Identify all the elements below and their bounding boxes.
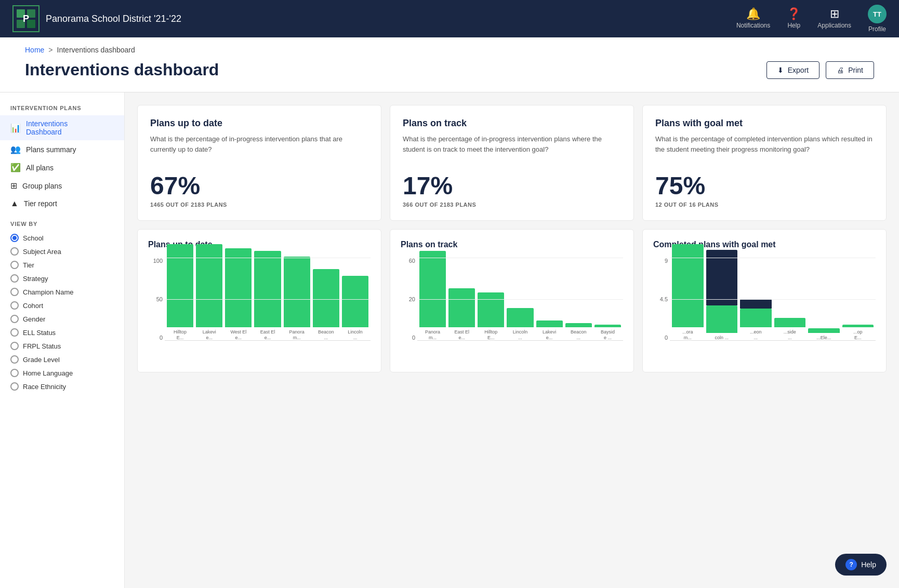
x-label-1-5: Beacon ... [570,329,587,341]
bar-1-5 [565,323,592,327]
export-button[interactable]: ⬇ Export [766,61,819,79]
help-nav-item[interactable]: ❓ Help [787,8,801,29]
logo-box[interactable]: P [12,5,39,32]
breadcrumb: Home > Interventions dashboard [25,46,874,54]
bar-group-0-0: Hilltop E... [167,244,193,341]
sidebar-item-plans-summary[interactable]: 👥 Plans summary [0,140,124,158]
radio-ell-status[interactable]: ELL Status [0,326,124,339]
bar-group-2-0: ...oram... [672,244,704,341]
help-button[interactable]: ? Help [835,554,887,576]
chart-container-2: 9 4.5 0 ...oram. [653,258,876,362]
chart-card-completed-plans: Completed plans with goal met 9 4.5 0 [642,229,887,372]
radio-tier-label: Tier [23,261,34,269]
sidebar-item-group-plans[interactable]: ⊞ Group plans [0,177,124,195]
bar-0-0 [167,244,193,327]
bar-group-0-2: West Ele... [225,248,252,341]
svg-text:P: P [23,14,29,24]
radio-champion-name[interactable]: Champion Name [0,285,124,299]
print-button[interactable]: 🖨 Print [826,61,874,79]
chart-plot-1: Panoram... East Ele... Hilltop E... [417,258,623,341]
y-label-mid-2: 4.5 [660,296,668,302]
radio-gender-label: Gender [23,315,45,323]
stat-sub-0: 1465 OUT OF 2183 PLANS [150,202,368,208]
bar-group-0-3: East Ele... [254,251,281,341]
bar-1-0 [419,251,446,327]
x-label-1-4: Lakevie... [541,329,558,341]
chart-plot-0: Hilltop E... Lakevie... West Ele... [165,258,371,341]
bar-green-2-1 [706,305,738,333]
help-button-label: Help [861,560,876,569]
x-label-2-4: ...Ele... [816,335,831,341]
sidebar-item-interventions-dashboard[interactable]: 📊 InterventionsDashboard [0,115,124,140]
bar-2-5 [842,325,874,327]
radio-tier[interactable]: Tier [0,258,124,272]
profile-label: Profile [868,25,886,33]
radio-race-ethnicity-label: Race Ethnicity [23,383,66,391]
bell-icon: 🔔 [746,8,760,20]
bar-group-1-5: Beacon ... [565,323,592,341]
notifications-label: Notifications [736,22,770,29]
sidebar-item-group-plans-label: Group plans [22,182,62,190]
content-area: Plans up to date What is the percentage … [125,92,899,588]
radio-school[interactable]: School [0,231,124,245]
radio-cohort[interactable]: Cohort [0,299,124,312]
bar-0-3 [254,251,281,327]
bar-group-2-4: ...Ele... [808,328,840,341]
y-label-min-2: 0 [665,335,668,341]
radio-race-ethnicity[interactable]: Race Ethnicity [0,380,124,393]
radio-gender[interactable]: Gender [0,312,124,326]
radio-strategy[interactable]: Strategy [0,272,124,285]
y-label-min-1: 0 [412,335,415,341]
radio-home-language-circle [10,369,19,377]
bar-group-2-5: ...op E... [842,325,874,341]
y-label-max-1: 60 [409,258,415,264]
bar-0-2 [225,248,252,327]
y-axis-1: 60 20 0 [401,258,415,341]
chart-plot-2: ...oram... coln ... [670,258,876,341]
sidebar-item-plans-summary-label: Plans summary [26,145,76,154]
notifications-nav-item[interactable]: 🔔 Notifications [736,8,770,29]
stacked-2-2 [740,299,772,327]
bar-group-1-1: East Ele... [448,288,475,341]
action-buttons: ⬇ Export 🖨 Print [766,61,874,79]
x-label-2-5: ...op E... [850,329,866,341]
logo-area: P Panorama School District '21-'22 [12,5,728,32]
sidebar-item-all-plans-label: All plans [26,164,54,172]
radio-home-language[interactable]: Home Language [0,366,124,380]
radio-cohort-circle [10,301,19,310]
bar-1-4 [536,320,563,327]
radio-subject-area-circle [10,247,19,256]
print-label: Print [848,66,863,74]
sidebar-item-tier-report[interactable]: ▲ Tier report [0,195,124,212]
help-label: Help [787,22,800,29]
y-label-max-2: 9 [665,258,668,264]
download-icon: ⬇ [777,66,784,74]
bar-dark-2-1 [706,250,738,305]
breadcrumb-separator: > [48,46,52,54]
stat-sub-2: 12 OUT OF 16 PLANS [655,202,874,208]
breadcrumb-home[interactable]: Home [25,46,44,54]
x-label-0-3: East Ele... [259,329,276,341]
radio-subject-area-label: Subject Area [23,248,61,256]
radio-subject-area[interactable]: Subject Area [0,245,124,258]
bar-chart-icon: 📊 [10,123,21,133]
profile-nav-item[interactable]: TT Profile [868,5,887,33]
bar-1-3 [507,308,533,327]
radio-ell-status-label: ELL Status [23,329,56,337]
stat-value-0: 67% [150,173,368,198]
print-icon: 🖨 [837,66,844,74]
sidebar-item-all-plans[interactable]: ✅ All plans [0,158,124,177]
applications-nav-item[interactable]: ⊞ Applications [817,8,851,29]
bar-0-1 [196,244,222,327]
applications-label: Applications [817,22,851,29]
radio-frpl-status[interactable]: FRPL Status [0,339,124,353]
radio-school-label: School [23,234,44,242]
radio-grade-level-circle [10,355,19,364]
main-content: INTERVENTION PLANS 📊 InterventionsDashbo… [0,92,899,588]
radio-grade-level[interactable]: Grade Level [0,353,124,366]
stat-value-1: 17% [403,173,621,198]
radio-tier-circle [10,261,19,269]
stat-cards-row: Plans up to date What is the percentage … [137,105,887,221]
page-title: Interventions dashboard [25,60,219,79]
radio-ell-status-circle [10,328,19,337]
